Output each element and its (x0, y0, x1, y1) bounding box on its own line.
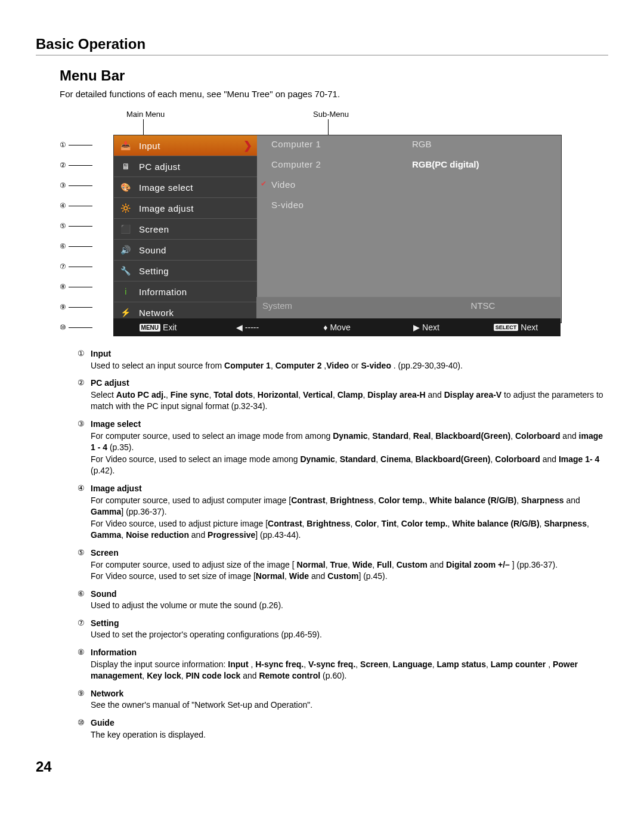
right-rgb[interactable]: RGB (406, 135, 561, 156)
system-label: System (256, 297, 405, 318)
description-title: Input (91, 348, 608, 360)
description-body: SoundUsed to adjust the volume or mute t… (91, 589, 608, 612)
description-item: ④Image adjustFor computer source, used t… (78, 483, 608, 541)
section-title: Basic Operation (36, 36, 608, 55)
description-text: Display the input source information: In… (91, 659, 608, 682)
ntsc-label: NTSC (405, 297, 561, 318)
description-title: Image select (91, 419, 608, 431)
main-menu-column: 📥 Input ❯ 🖥 PC adjust 🎨 Image select 🔆 I… (114, 135, 257, 323)
callout-numbers: ① ② ③ ④ ⑤ ⑥ ⑦ ⑧ ⑨ ⑩ (60, 135, 92, 336)
description-number: ⑨ (78, 688, 91, 711)
description-item: ⑨NetworkSee the owner's manual of "Netwo… (78, 688, 608, 711)
image-select-icon: 🎨 (119, 181, 133, 194)
description-body: SettingUsed to set the projector's opera… (91, 618, 608, 641)
callout-6: ⑥ (60, 242, 66, 250)
sub-pointer-line (328, 119, 329, 135)
menu-information[interactable]: i Information (114, 281, 257, 302)
intro-text: For detailed functions of each menu, see… (60, 89, 608, 99)
menu-input-label: Input (139, 141, 160, 151)
menu-diagram: Main Menu Sub-Menu ① ② ③ ④ ⑤ ⑥ ⑦ ⑧ ⑨ ⑩ 📥… (78, 110, 608, 336)
description-body: Image selectFor computer source, used to… (91, 419, 608, 477)
guide-move: ♦ Move (292, 323, 382, 332)
information-icon: i (119, 285, 133, 298)
description-title: Screen (91, 547, 608, 559)
description-body: Image adjustFor computer source, used to… (91, 483, 608, 541)
menu-pc-adjust[interactable]: 🖥 PC adjust (114, 156, 257, 176)
right-rgb-pc-digital[interactable]: RGB(PC digital) (406, 156, 561, 176)
triangle-left-icon: ◀ (236, 323, 243, 332)
description-title: Setting (91, 618, 608, 630)
guide-bar: MENU Exit ◀ ----- ♦ Move ▶ Next SELECT N… (113, 318, 561, 336)
callout-1: ① (60, 141, 66, 149)
description-text: The key operation is displayed. (91, 729, 608, 741)
menu-image-select[interactable]: 🎨 Image select (114, 176, 257, 197)
description-number: ② (78, 377, 91, 413)
description-text: For computer source, used to adjust size… (91, 559, 608, 583)
setting-icon: 🔧 (119, 264, 133, 277)
menu-image-adjust-label: Image adjust (139, 203, 194, 213)
description-title: Guide (91, 717, 608, 729)
description-text: For computer source, used to select an i… (91, 431, 608, 477)
callout-9: ⑨ (60, 303, 66, 311)
description-title: Image adjust (91, 483, 608, 495)
description-item: ⑥SoundUsed to adjust the volume or mute … (78, 589, 608, 612)
pc-adjust-icon: 🖥 (119, 160, 133, 173)
menu-input[interactable]: 📥 Input ❯ (114, 135, 257, 156)
description-body: InformationDisplay the input source info… (91, 647, 608, 682)
description-item: ②PC adjustSelect Auto PC adj., Fine sync… (78, 377, 608, 413)
description-item: ⑩GuideThe key operation is displayed. (78, 717, 608, 741)
submenu-svideo[interactable]: S-video (257, 196, 406, 216)
description-item: ③Image selectFor computer source, used t… (78, 419, 608, 477)
guide-next2: SELECT Next (471, 323, 561, 332)
menu-information-label: Information (139, 287, 187, 297)
main-pointer-line (143, 119, 144, 135)
description-number: ⑦ (78, 618, 91, 641)
sub-title: Menu Bar (60, 67, 608, 84)
description-text: Used to select an input source from Comp… (91, 360, 608, 372)
menu-badge: MENU (140, 324, 160, 332)
callout-3: ③ (60, 181, 66, 190)
sound-icon: 🔊 (119, 243, 133, 256)
description-number: ④ (78, 483, 91, 541)
menu-setting-label: Setting (139, 266, 169, 276)
description-text: Used to adjust the volume or mute the so… (91, 600, 608, 612)
image-adjust-icon: 🔆 (119, 202, 133, 215)
description-number: ⑤ (78, 547, 91, 583)
menu-sound[interactable]: 🔊 Sound (114, 239, 257, 260)
callout-7: ⑦ (60, 262, 66, 271)
description-body: GuideThe key operation is displayed. (91, 717, 608, 741)
description-body: PC adjustSelect Auto PC adj., Fine sync,… (91, 377, 608, 413)
description-number: ⑥ (78, 589, 91, 612)
chevron-right-icon: ❯ (243, 139, 253, 152)
description-body: InputUsed to select an input source from… (91, 348, 608, 371)
description-text: See the owner's manual of "Network Set-u… (91, 699, 608, 711)
description-title: Sound (91, 589, 608, 600)
page-number: 24 (36, 758, 608, 775)
submenu-computer1[interactable]: Computer 1 (257, 135, 406, 156)
menu-sound-label: Sound (139, 245, 166, 255)
callout-10: ⑩ (60, 323, 66, 332)
description-item: ⑧InformationDisplay the input source inf… (78, 647, 608, 682)
submenu-video[interactable]: Video (257, 176, 406, 196)
callout-5: ⑤ (60, 222, 66, 230)
menu-image-adjust[interactable]: 🔆 Image adjust (114, 197, 257, 218)
network-icon: ⚡ (119, 306, 133, 319)
input-icon: 📥 (119, 139, 133, 152)
menu-screen[interactable]: ⬛ Screen (114, 218, 257, 239)
description-body: ScreenFor computer source, used to adjus… (91, 547, 608, 583)
description-list: ①InputUsed to select an input source fro… (78, 348, 608, 741)
menu-image-select-label: Image select (139, 182, 193, 193)
callout-8: ⑧ (60, 283, 66, 291)
description-title: PC adjust (91, 377, 608, 389)
guide-dashes: ◀ ----- (203, 323, 292, 332)
description-body: NetworkSee the owner's manual of "Networ… (91, 688, 608, 711)
sub-menu-label: Sub-Menu (313, 110, 349, 119)
menu-network-label: Network (139, 308, 174, 318)
submenu-computer2[interactable]: Computer 2 (257, 156, 406, 176)
guide-exit: MENU Exit (113, 323, 203, 332)
callout-4: ④ (60, 202, 66, 210)
callout-2: ② (60, 161, 66, 169)
description-title: Information (91, 647, 608, 659)
menu-setting[interactable]: 🔧 Setting (114, 260, 257, 281)
right-menu-column: RGB RGB(PC digital) (406, 135, 561, 323)
